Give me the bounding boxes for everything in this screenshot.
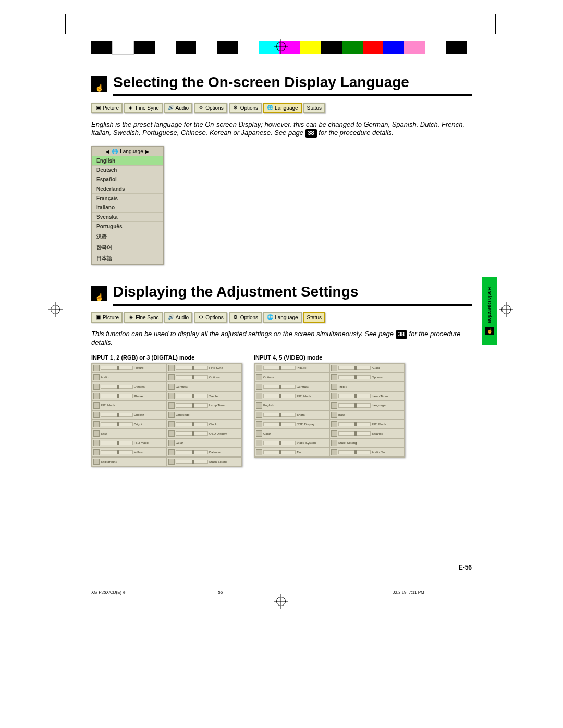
heading-rule bbox=[113, 94, 472, 96]
status-item-icon bbox=[168, 374, 175, 380]
arrow-right-icon[interactable]: ▶ bbox=[145, 149, 150, 154]
language-item[interactable]: 汉语 bbox=[92, 231, 163, 242]
slider bbox=[263, 450, 296, 454]
status-item-label: Balance bbox=[209, 451, 240, 454]
status-cell: Contrast bbox=[167, 382, 241, 391]
tab-finesync[interactable]: ◈Fine Sync bbox=[124, 312, 162, 323]
status-cell: Audio bbox=[330, 364, 404, 372]
status-item-label: PRJ Mode bbox=[101, 404, 165, 407]
status-item-label: Phase bbox=[134, 394, 165, 398]
status-item-icon bbox=[331, 402, 337, 409]
status-cell: English bbox=[92, 411, 166, 419]
crop-mark bbox=[495, 34, 516, 34]
status-cell: OSD Display bbox=[167, 429, 241, 438]
page-number: E-56 bbox=[459, 564, 472, 571]
status-item-icon bbox=[93, 440, 100, 446]
slider bbox=[101, 385, 133, 389]
status-column-rgb: INPUT 1, 2 (RGB) or 3 (DIGITAL) mode Pic… bbox=[91, 354, 242, 467]
status-item-label: Bright bbox=[297, 413, 328, 416]
status-cell: Phase bbox=[92, 392, 166, 400]
status-item-label: Background bbox=[101, 460, 165, 463]
sync-icon: ◈ bbox=[128, 314, 134, 320]
arrow-left-icon[interactable]: ◀ bbox=[105, 149, 109, 154]
status-cell: Lamp Timer bbox=[167, 401, 241, 410]
language-item[interactable]: Italiano bbox=[92, 203, 163, 212]
status-cell: Language bbox=[330, 401, 404, 410]
tab-picture[interactable]: ▣Picture bbox=[91, 312, 123, 323]
tab-finesync[interactable]: ◈Fine Sync bbox=[124, 103, 162, 113]
tab-language[interactable]: 🌐Language bbox=[263, 103, 302, 113]
picture-icon: ▣ bbox=[95, 105, 101, 111]
status-item-label: Tint bbox=[297, 451, 328, 454]
status-item-icon bbox=[331, 449, 337, 455]
language-item[interactable]: Nederlands bbox=[92, 184, 163, 193]
status-item-label: Options bbox=[209, 376, 240, 379]
status-item-label: Color bbox=[263, 432, 328, 435]
slider bbox=[338, 422, 371, 426]
section-heading-status: ☝ Displaying the Adjustment Settings bbox=[91, 283, 472, 301]
status-cell: Options bbox=[92, 382, 166, 391]
slider bbox=[101, 394, 133, 398]
language-item[interactable]: Français bbox=[92, 193, 163, 203]
status-item-label: English bbox=[134, 413, 165, 416]
status-cell: Picture bbox=[92, 364, 166, 372]
menu-tabs-row-2: ▣Picture ◈Fine Sync 🔊Audio ⚙Options ⚙Opt… bbox=[91, 312, 472, 323]
crop-mark bbox=[495, 14, 496, 34]
status-item-icon bbox=[168, 393, 175, 399]
language-item[interactable]: English bbox=[92, 156, 163, 165]
tab-options-1[interactable]: ⚙Options bbox=[194, 312, 227, 323]
status-item-label: Treble bbox=[338, 385, 403, 388]
status-item-icon bbox=[93, 402, 100, 409]
status-cell: PRJ Mode bbox=[92, 401, 166, 410]
status-item-label: Treble bbox=[209, 394, 240, 398]
status-item-label: Options bbox=[372, 376, 403, 379]
language-item[interactable]: Português bbox=[92, 221, 163, 231]
status-cell: H-Pos bbox=[92, 448, 166, 456]
tab-status[interactable]: Status bbox=[303, 312, 325, 323]
language-item[interactable]: 日本語 bbox=[92, 253, 163, 264]
crop-mark bbox=[65, 14, 66, 34]
tab-picture[interactable]: ▣Picture bbox=[91, 103, 123, 113]
status-item-icon bbox=[93, 421, 100, 427]
status-item-icon bbox=[256, 430, 262, 437]
status-item-icon bbox=[168, 412, 175, 418]
status-cell: Bass bbox=[92, 429, 166, 438]
language-item[interactable]: Svenska bbox=[92, 212, 163, 221]
status-item-label: PRJ Mode bbox=[134, 441, 165, 445]
tab-options-2[interactable]: ⚙Options bbox=[229, 312, 262, 323]
tab-audio[interactable]: 🔊Audio bbox=[164, 103, 193, 113]
tab-options-1[interactable]: ⚙Options bbox=[194, 103, 227, 113]
slider bbox=[338, 394, 371, 398]
status-cell: Stack Setting bbox=[167, 458, 241, 466]
globe-icon: 🌐 bbox=[267, 314, 273, 320]
tab-options-2[interactable]: ⚙Options bbox=[229, 103, 262, 113]
tab-status[interactable]: Status bbox=[303, 103, 325, 113]
slider bbox=[101, 450, 133, 454]
heading-text: Displaying the Adjustment Settings bbox=[113, 283, 358, 301]
language-item[interactable]: 한국어 bbox=[92, 242, 163, 253]
status-column-video: INPUT 4, 5 (VIDEO) mode PictureAudioOpti… bbox=[254, 354, 405, 467]
language-item[interactable]: Español bbox=[92, 175, 163, 184]
status-item-label: PRJ Mode bbox=[372, 423, 403, 426]
tab-language[interactable]: 🌐Language bbox=[263, 312, 302, 323]
status-cell: Bright bbox=[255, 411, 329, 419]
status-item-label: Contrast bbox=[176, 385, 240, 388]
tab-audio[interactable]: 🔊Audio bbox=[164, 312, 193, 323]
status-item-label: Clock bbox=[209, 423, 240, 426]
status-item-icon bbox=[168, 440, 175, 446]
slider bbox=[263, 394, 296, 398]
status-item-label: PRJ Mode bbox=[297, 394, 328, 398]
slider bbox=[101, 441, 133, 445]
status-item-icon bbox=[331, 393, 337, 399]
audio-icon: 🔊 bbox=[168, 314, 174, 320]
status-item-label: H-Pos bbox=[134, 451, 165, 454]
status-cell: Background bbox=[92, 458, 166, 466]
status-item-label: Picture bbox=[134, 366, 165, 369]
section-heading-language: ☝ Selecting the On-screen Display Langua… bbox=[91, 74, 472, 92]
status-item-icon bbox=[331, 384, 337, 390]
options-icon: ⚙ bbox=[198, 105, 204, 111]
status-item-icon bbox=[256, 421, 262, 427]
language-item[interactable]: Deutsch bbox=[92, 165, 163, 175]
slider bbox=[338, 403, 371, 408]
status-cell: Language bbox=[167, 411, 241, 419]
